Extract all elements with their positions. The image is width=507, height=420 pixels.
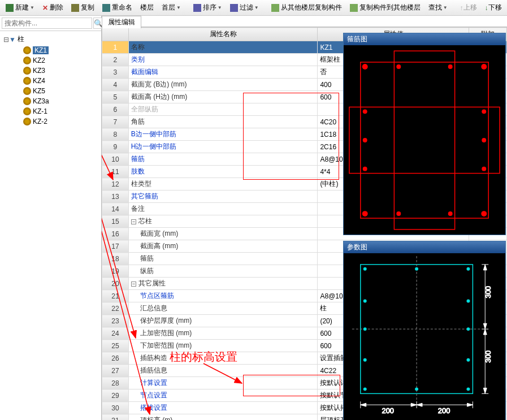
gear-icon xyxy=(23,97,31,105)
copy-button[interactable]: 复制 xyxy=(68,2,98,14)
property-name-cell[interactable]: 柱类型 xyxy=(128,178,318,190)
new-button[interactable]: 新建▼ xyxy=(2,2,38,14)
property-name-cell[interactable]: 名称 xyxy=(128,41,318,54)
property-name-cell[interactable]: 其它箍筋 xyxy=(128,190,318,203)
property-name-cell[interactable]: 截面高 (H边) (mm) xyxy=(128,91,318,103)
sort-button[interactable]: 排序▼ xyxy=(190,2,226,14)
property-name-cell[interactable]: 备注 xyxy=(128,203,318,215)
rename-button[interactable]: 重命名 xyxy=(99,2,136,14)
tab-property-edit[interactable]: 属性编辑 xyxy=(102,16,141,28)
collapse-icon[interactable]: − xyxy=(131,219,136,224)
first-floor-select[interactable]: 首层▼ xyxy=(158,2,184,14)
svg-point-29 xyxy=(466,327,470,331)
property-name-cell[interactable]: 箍筋 xyxy=(128,153,318,166)
row-number: 21 xyxy=(102,290,129,302)
delete-button[interactable]: ✕删除 xyxy=(39,2,67,14)
tree-item[interactable]: KZ3 xyxy=(2,66,99,76)
main-toolbar: 新建▼ ✕删除 复制 重命名 楼层 首层▼ 排序▼ 过滤▼ 从其他楼层复制构件 … xyxy=(0,0,507,16)
property-name-cell[interactable]: 截面宽 (B边) (mm) xyxy=(128,79,318,91)
property-name-cell[interactable]: 截面高 (mm) xyxy=(128,240,318,253)
row-number: 25 xyxy=(102,340,129,352)
svg-text:300: 300 xyxy=(484,286,492,298)
property-name-cell[interactable]: H边一侧中部筋 xyxy=(128,141,318,153)
row-number: 17 xyxy=(102,240,129,253)
property-name-cell[interactable]: 搭接设置 xyxy=(128,402,318,414)
svg-point-7 xyxy=(396,64,401,69)
filter-icon: ▼ xyxy=(9,36,16,44)
tree-item-label: KZ-1 xyxy=(33,107,47,115)
property-name-cell[interactable]: 汇总信息 xyxy=(128,302,318,315)
property-name-cell[interactable]: 插筋信息 xyxy=(128,365,318,377)
property-name-cell[interactable]: 节点设置 xyxy=(128,389,318,402)
collapse-icon[interactable]: − xyxy=(131,282,136,287)
svg-point-20 xyxy=(363,267,367,271)
tree-item-label: KZ3 xyxy=(33,67,45,75)
property-name-cell[interactable]: 肢数 xyxy=(128,166,318,178)
property-name-cell[interactable]: 类别 xyxy=(128,54,318,66)
property-name-cell[interactable]: 计算设置 xyxy=(128,377,318,389)
row-number: 19 xyxy=(102,265,129,278)
row-number: 18 xyxy=(102,253,129,265)
svg-point-9 xyxy=(396,211,401,216)
gear-icon xyxy=(23,57,31,64)
svg-point-6 xyxy=(481,211,487,217)
tree-root-label[interactable]: 柱 xyxy=(18,34,24,44)
find-button[interactable]: 查找▼ xyxy=(425,2,451,14)
parameter-diagram-title: 参数图 xyxy=(344,241,505,253)
row-number: 26 xyxy=(102,352,129,365)
stirrup-diagram-title: 箍筋图 xyxy=(344,33,505,45)
tree-item-label: KZ-2 xyxy=(33,118,47,125)
tree-item[interactable]: KZ3a xyxy=(2,96,99,106)
svg-text:200: 200 xyxy=(382,406,395,415)
svg-point-28 xyxy=(363,327,367,331)
row-number: 16 xyxy=(102,228,129,240)
row-number: 22 xyxy=(102,302,129,315)
property-name-cell[interactable]: 节点区箍筋 xyxy=(128,290,318,302)
svg-point-10 xyxy=(448,211,453,216)
component-tree[interactable]: ⊟ ▼ 柱 KZ1KZ2KZ3KZ4KZ5KZ3aKZ-1KZ-2 xyxy=(0,31,101,129)
tree-item[interactable]: KZ4 xyxy=(2,76,99,86)
svg-point-16 xyxy=(482,138,486,142)
property-name-cell[interactable]: 保护层厚度 (mm) xyxy=(128,315,318,327)
svg-point-4 xyxy=(481,64,487,70)
property-name-cell[interactable]: 纵筋 xyxy=(128,265,318,278)
svg-text:300: 300 xyxy=(484,350,492,363)
property-name-cell[interactable]: 顶标高 (m) xyxy=(128,414,318,421)
svg-point-14 xyxy=(482,167,486,171)
svg-text:200: 200 xyxy=(438,406,450,415)
svg-point-3 xyxy=(362,64,368,70)
filter-button[interactable]: 过滤▼ xyxy=(227,2,262,14)
tree-item[interactable]: KZ1 xyxy=(2,45,99,55)
move-down-button[interactable]: ↓下移 xyxy=(482,2,505,14)
property-name-cell[interactable]: 角筋 xyxy=(128,116,318,128)
property-name-cell[interactable]: 截面宽 (mm) xyxy=(128,228,318,240)
move-up-button[interactable]: ↑上移 xyxy=(457,2,480,14)
copy-from-floor-button[interactable]: 从其他楼层复制构件 xyxy=(268,2,345,14)
stirrup-diagram[interactable]: 箍筋图 xyxy=(343,33,506,235)
tree-item[interactable]: KZ2 xyxy=(2,55,99,66)
property-name-cell[interactable]: −其它属性 xyxy=(128,278,318,290)
copy-to-floor-button[interactable]: 复制构件到其他楼层 xyxy=(346,2,424,14)
gear-icon xyxy=(23,107,31,115)
tree-item[interactable]: KZ-1 xyxy=(2,106,99,116)
col-header-name[interactable]: 属性名称 xyxy=(128,28,318,41)
property-name-cell[interactable]: 截面编辑 xyxy=(128,66,318,79)
row-number: 15 xyxy=(102,215,129,228)
parameter-diagram[interactable]: 参数图 200200 xyxy=(343,241,506,420)
tree-collapse-icon[interactable]: ⊟ xyxy=(3,36,9,44)
property-name-cell[interactable]: −芯柱 xyxy=(128,215,318,228)
search-input[interactable] xyxy=(2,18,92,29)
svg-point-30 xyxy=(363,358,367,362)
property-name-cell[interactable]: 全部纵筋 xyxy=(128,103,318,116)
svg-point-26 xyxy=(363,299,367,302)
tree-item[interactable]: KZ5 xyxy=(2,86,99,96)
tree-item-label: KZ4 xyxy=(33,77,45,85)
property-name-cell[interactable]: B边一侧中部筋 xyxy=(128,128,318,141)
tree-item[interactable]: KZ-2 xyxy=(2,116,99,127)
component-tree-panel: 🔍 ⊟ ▼ 柱 KZ1KZ2KZ3KZ4KZ5KZ3aKZ-1KZ-2 xyxy=(0,16,102,420)
svg-point-12 xyxy=(363,167,367,171)
property-name-cell[interactable]: 上加密范围 (mm) xyxy=(128,327,318,340)
row-number: 27 xyxy=(102,365,129,377)
property-name-cell[interactable]: 箍筋 xyxy=(128,253,318,265)
tree-item-label: KZ1 xyxy=(33,46,49,54)
